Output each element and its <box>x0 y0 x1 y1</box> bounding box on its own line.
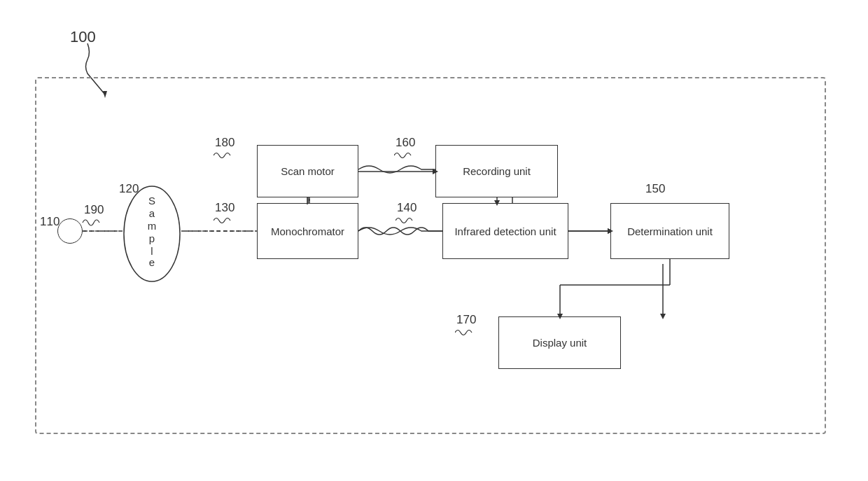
squiggly-180 <box>214 151 236 160</box>
ref-190: 190 <box>84 203 104 217</box>
vert-scan-mono <box>306 197 309 204</box>
recording-unit-block: Recording unit <box>435 145 558 197</box>
determination-unit-block: Determination unit <box>610 203 729 259</box>
ref-160: 160 <box>396 136 415 150</box>
squiggly-140 <box>396 216 418 225</box>
svg-text:l: l <box>150 245 153 257</box>
diagram-container: 100 <box>28 28 840 455</box>
ref-130: 130 <box>215 201 234 215</box>
svg-marker-7 <box>660 314 666 319</box>
svg-text:p: p <box>149 232 155 244</box>
ref-150: 150 <box>645 182 665 196</box>
ref-180: 180 <box>215 136 234 150</box>
ref-120: 120 <box>119 182 139 196</box>
ref-110: 110 <box>40 215 59 229</box>
main-dashed-box: 110 190 S a m p l e 120 Scan motor 180 M… <box>35 77 826 434</box>
squiggly-190 <box>83 217 104 228</box>
ref-170: 170 <box>456 313 476 327</box>
display-unit-block: Display unit <box>498 316 621 369</box>
infrared-detection-block: Infrared detection unit <box>442 203 568 259</box>
ref-140: 140 <box>397 201 416 215</box>
svg-text:S: S <box>148 195 155 207</box>
sample-ellipse: S a m p l e <box>120 183 183 285</box>
squiggly-160 <box>394 151 416 160</box>
svg-text:e: e <box>149 256 155 268</box>
squiggly-170 <box>455 328 477 337</box>
svg-text:m: m <box>148 220 157 232</box>
squiggly-130 <box>214 216 236 225</box>
monochromator-block: Monochromator <box>257 203 358 259</box>
scan-motor-block: Scan motor <box>257 145 358 197</box>
svg-text:a: a <box>149 207 155 219</box>
light-source <box>57 218 83 244</box>
